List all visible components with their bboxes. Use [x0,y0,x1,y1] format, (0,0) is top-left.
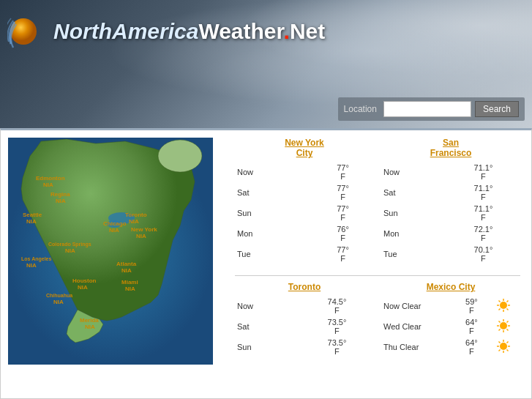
mexico-city-name[interactable]: Mexico City [381,282,520,292]
table-row: Sun 73.5°F [235,337,374,357]
temp-value: 77°F [312,244,374,264]
sun-icon-cell [487,337,520,357]
temp-value: 73.5°F [300,316,374,337]
sf-weather-table: Now 71.1°F Sat 71.1°F Sun 71.1°F Mon 72.… [381,162,520,264]
svg-line-48 [506,329,508,331]
svg-text:NIA: NIA [43,182,53,188]
nyc-weather-table: Now 77°F Sat 77°F Sun 77°F Mon 76°F [235,162,374,264]
search-button[interactable]: Search [475,101,519,117]
table-row: Wed Clear 64°F [381,316,520,337]
svg-text:Atlanta: Atlanta [116,261,137,267]
day-label: Sat [235,316,300,337]
logo-area: NorthAmericaWeather.Net [7,11,325,51]
svg-text:Los Angeles: Los Angeles [21,256,51,262]
section-divider [235,275,520,276]
map-area: Edmonton NIA Regina NIA Seattle NIA Chic… [1,130,224,398]
logo-net: Net [290,19,325,43]
day-label: Now [235,162,312,182]
toronto-city-name[interactable]: Toronto [235,282,374,292]
day-label: Tue [235,244,312,264]
table-row: Now 77°F [235,162,374,182]
day-label: Wed Clear [381,316,457,337]
svg-text:Merida: Merida [80,317,99,324]
toronto-weather-table: Now 74.5°F Sat 73.5°F Sun 73.5°F [235,296,374,357]
sun-icon [496,339,511,354]
svg-line-41 [498,309,500,310]
svg-point-42 [500,322,507,329]
day-label: Thu Clear [381,337,457,357]
svg-line-49 [506,321,508,323]
logo-text: NorthAmericaWeather.Net [53,19,325,44]
day-label: Mon [235,223,312,244]
map-container: Edmonton NIA Regina NIA Seattle NIA Chic… [8,138,213,365]
day-label: Sat [381,182,446,203]
svg-line-40 [506,301,508,302]
sun-icon [496,298,511,313]
table-row: Tue 70.1°F [381,244,520,264]
day-label: Now [235,296,300,316]
svg-text:NIA: NIA [65,247,75,254]
svg-text:Chihuahua: Chihuahua [46,293,72,298]
header: NorthAmericaWeather.Net Location Search [0,0,532,128]
temp-value: 77°F [312,203,374,223]
svg-text:Chicago: Chicago [103,220,127,227]
svg-line-38 [498,301,500,302]
day-label: Sun [235,337,300,357]
svg-line-47 [498,321,500,323]
table-row: Sat 77°F [235,182,374,203]
search-bar: Location Search [338,97,525,121]
mexico-weather-table: Now Clear 59°F [381,296,520,357]
svg-text:Toronto: Toronto [125,212,147,218]
day-label: Sat [235,182,312,203]
temp-value: 72.1°F [446,223,520,244]
svg-line-59 [498,350,500,351]
svg-line-57 [506,350,508,351]
svg-text:Colorado Springs: Colorado Springs [48,242,91,247]
svg-text:Edmonton: Edmonton [36,175,65,182]
mexico-weather-col: Mexico City Now Clear 59°F [381,282,520,357]
table-row: Sun 71.1°F [381,203,520,223]
toronto-weather-col: Toronto Now 74.5°F Sat 73.5°F Sun 73.5°F [235,282,374,357]
svg-text:NIA: NIA [121,267,132,274]
weather-bottom-row: Toronto Now 74.5°F Sat 73.5°F Sun 73.5°F [235,282,520,357]
temp-value: 70.1°F [446,244,520,264]
svg-point-33 [500,302,507,309]
sun-icon-cell [487,316,520,337]
weather-area: New YorkCity Now 77°F Sat 77°F Sun 77°F [224,130,531,398]
main-content: Edmonton NIA Regina NIA Seattle NIA Chic… [0,128,532,399]
table-row: Sat 73.5°F [235,316,374,337]
temp-value: 77°F [312,162,374,182]
temp-value: 77°F [312,182,374,203]
svg-text:NIA: NIA [136,233,146,239]
temp-value: 59°F [457,296,486,316]
logo-weather: Weather [198,19,283,43]
location-label: Location [344,104,377,114]
sun-icon-cell [487,296,520,316]
temp-value: 64°F [457,337,486,357]
day-label: Now [381,162,446,182]
temp-value: 71.1°F [446,203,520,223]
svg-point-51 [500,343,507,350]
svg-text:Seattle: Seattle [23,212,42,218]
day-label: Sun [235,203,312,223]
temp-value: 64°F [457,316,486,337]
svg-text:NIA: NIA [109,227,119,234]
logo-dot: . [284,19,290,43]
table-row: Now 74.5°F [235,296,374,316]
nyc-city-name[interactable]: New YorkCity [235,138,374,158]
logo-north-america: NorthAmerica [53,19,198,43]
svg-text:NIA: NIA [26,262,37,269]
table-row: Tue 77°F [235,244,374,264]
logo-icon [7,11,48,51]
search-input[interactable] [383,101,471,117]
table-row: Now Clear 59°F [381,296,520,316]
table-row: Thu Clear 64°F [381,337,520,357]
svg-text:Regina: Regina [50,191,70,198]
temp-value: 73.5°F [300,337,374,357]
svg-text:New York: New York [131,226,157,233]
nyc-weather-col: New YorkCity Now 77°F Sat 77°F Sun 77°F [235,138,374,264]
sf-city-name[interactable]: SanFrancisco [381,138,520,158]
svg-line-56 [498,342,500,343]
temp-value: 71.1°F [446,162,520,182]
weather-top-row: New YorkCity Now 77°F Sat 77°F Sun 77°F [235,138,520,264]
